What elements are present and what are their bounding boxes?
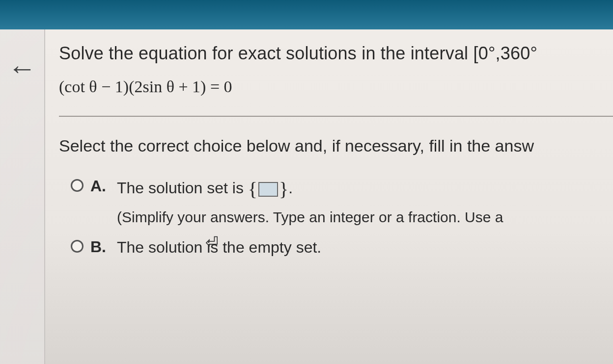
question-instruction: Solve the equation for exact solutions i…	[59, 43, 613, 64]
radio-a[interactable]	[71, 179, 84, 192]
window-title-bar	[0, 0, 613, 29]
choice-a-text-before: The solution set is	[117, 179, 248, 197]
right-brace-icon: }	[279, 178, 288, 200]
left-brace-icon: {	[248, 178, 257, 200]
choice-b-letter: B.	[90, 238, 110, 256]
answer-prompt: Select the correct choice below and, if …	[59, 136, 613, 156]
content-area: ← Solve the equation for exact solutions…	[0, 29, 613, 364]
radio-b[interactable]	[71, 240, 84, 253]
answer-input-box[interactable]	[258, 182, 278, 197]
choice-b-row[interactable]: B. The solution is the empty set. ⏎	[59, 236, 613, 259]
main-column: Solve the equation for exact solutions i…	[45, 29, 613, 364]
question-equation: (cot θ − 1)(2sin θ + 1) = 0	[59, 78, 613, 96]
back-arrow-icon[interactable]: ←	[8, 54, 36, 82]
choice-a-row[interactable]: A. The solution set is {}. (Simplify you…	[59, 175, 613, 228]
choice-a-hint: (Simplify your answers. Type an integer …	[117, 207, 503, 228]
back-column: ←	[0, 29, 45, 364]
choice-a-letter: A.	[90, 177, 110, 195]
choice-a-body: The solution set is {}. (Simplify your a…	[117, 175, 503, 228]
answer-block: Select the correct choice below and, if …	[59, 117, 613, 259]
choice-b-text: The solution is the empty set.	[117, 236, 321, 259]
choice-a-text-after: .	[288, 179, 293, 197]
question-block: Solve the equation for exact solutions i…	[59, 43, 613, 117]
